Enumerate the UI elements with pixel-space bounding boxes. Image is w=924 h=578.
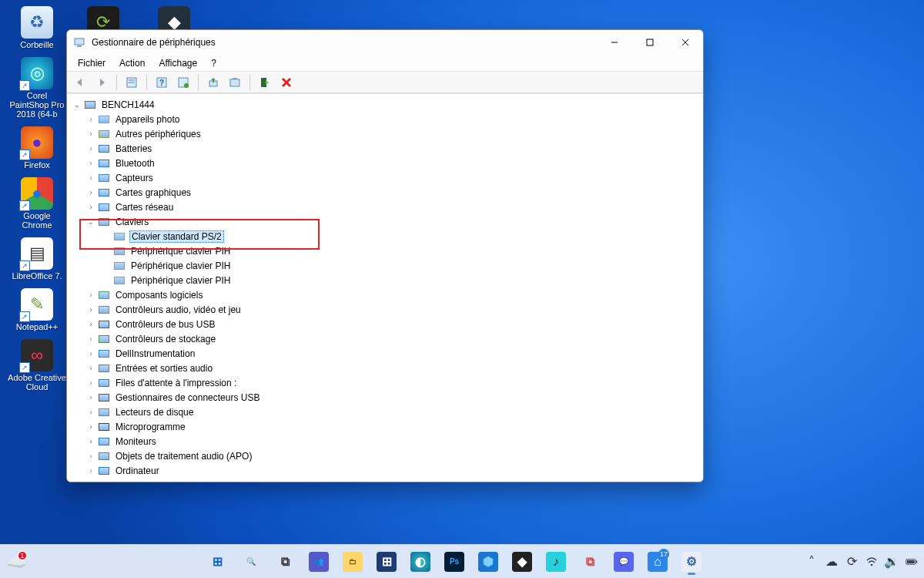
chevron-right-icon[interactable]: › [85, 407, 96, 418]
tree-row[interactable]: ›Bluetooth [70, 156, 703, 170]
onedrive-icon[interactable]: ☁ [825, 556, 838, 568]
chevron-right-icon[interactable]: › [85, 378, 96, 388]
chevron-right-icon[interactable]: › [85, 348, 96, 359]
tree-row[interactable]: Périphérique clavier PIH [70, 244, 703, 258]
chevron-right-icon[interactable]: › [85, 173, 96, 183]
tree-row[interactable]: ›Contrôleurs audio, vidéo et jeu [70, 302, 703, 317]
taskbar-app-hex[interactable]: ⬢ [474, 547, 503, 576]
desktop-item[interactable]: ◎↗Corel PaintShop Pro 2018 (64-b [8, 57, 66, 119]
chevron-right-icon[interactable]: › [85, 334, 96, 344]
tree-row[interactable]: ›Objets de traitement audio (APO) [70, 449, 703, 463]
tree-row[interactable]: ›Files d'attente à l'impression : [70, 375, 703, 390]
tree-row[interactable]: ⌄BENCH1444 [70, 97, 703, 112]
chevron-right-icon[interactable]: › [85, 290, 96, 301]
chevron-right-icon[interactable]: › [85, 187, 96, 198]
tree-row[interactable]: ›Entrées et sorties audio [70, 361, 703, 375]
taskbar-discord[interactable]: 💬 [609, 547, 638, 576]
tray-chevron-icon[interactable]: ˄ [805, 556, 818, 568]
tree-row[interactable]: ›Contrôleurs de stockage [70, 331, 703, 346]
taskbar-edge[interactable]: ◐ [406, 547, 435, 576]
chevron-right-icon[interactable]: › [85, 422, 96, 432]
chevron-right-icon[interactable]: › [85, 465, 96, 476]
volume-icon[interactable]: 🔉 [886, 556, 898, 568]
tree-label: Autres périphériques [114, 129, 203, 139]
device-tree[interactable]: ⌄BENCH1444›Appareils photo›Autres périph… [67, 94, 703, 482]
taskbar: ☁️ 1 ⊞🔍⧉👥🗀⊞◐Ps⬢◆♪⧉💬⌂17⚙ ˄ ☁ ⟳ 🔉 [0, 544, 924, 578]
weather-widget[interactable]: ☁️ 1 [6, 552, 27, 572]
tree-row[interactable]: ⌄Claviers [70, 214, 703, 229]
device-category-icon [98, 377, 110, 389]
chevron-right-icon[interactable]: › [85, 436, 96, 447]
enable-button[interactable] [256, 74, 273, 91]
tree-row[interactable]: ›Gestionnaires de connecteurs USB [70, 390, 703, 405]
desktop-item-label: Google Chrome [8, 211, 66, 230]
menu-item[interactable]: ? [205, 56, 223, 70]
tree-row[interactable]: Périphérique clavier PIH [70, 258, 703, 273]
desktop-item[interactable]: ●↗Google Chrome [8, 177, 66, 230]
chevron-right-icon[interactable]: › [85, 319, 96, 330]
menu-item[interactable]: Action [113, 56, 151, 70]
tree-row[interactable]: ›Ordinateur [70, 463, 703, 478]
tree-row[interactable]: ›Cartes réseau [70, 200, 703, 214]
chevron-down-icon[interactable]: ⌄ [85, 217, 96, 227]
taskbar-start[interactable]: ⊞ [203, 547, 232, 576]
taskbar-teams[interactable]: 👥 [304, 547, 333, 576]
tree-row[interactable]: ›Cartes graphiques [70, 185, 703, 200]
desktop-item[interactable]: ●↗Firefox [8, 126, 66, 170]
wifi-icon[interactable] [865, 556, 878, 568]
taskbar-photoshop[interactable]: Ps [440, 547, 469, 576]
tree-row[interactable]: ›Moniteurs [70, 434, 703, 449]
tree-row[interactable]: ›Batteries [70, 141, 703, 156]
maximize-button[interactable] [632, 30, 668, 55]
taskbar-app-blue[interactable]: ⌂17 [643, 547, 672, 576]
tree-row[interactable]: ›Lecteurs de disque [70, 405, 703, 419]
taskbar-explorer[interactable]: 🗀 [338, 547, 367, 576]
chevron-right-icon[interactable]: › [85, 202, 96, 213]
help-button[interactable]: ? [153, 74, 170, 91]
tree-row[interactable]: ›Capteurs [70, 170, 703, 185]
taskbar-search[interactable]: 🔍 [236, 547, 266, 576]
tree-row[interactable]: ›Autres périphériques [70, 126, 703, 141]
tree-row[interactable]: ›DellInstrumentation [70, 346, 703, 361]
tree-row[interactable]: Périphérique clavier PIH [70, 273, 703, 287]
battery-icon[interactable] [906, 556, 918, 568]
desktop-item[interactable]: ✎↗Notepad++ [8, 288, 66, 331]
taskbar-store[interactable]: ⊞ [372, 547, 401, 576]
taskbar-device-manager[interactable]: ⚙ [677, 547, 706, 576]
taskbar-taskview[interactable]: ⧉ [270, 547, 300, 576]
back-button[interactable] [72, 74, 89, 91]
desktop-item[interactable]: ♻Corbeille [8, 6, 66, 49]
disable-button[interactable] [278, 74, 295, 91]
close-button[interactable] [668, 30, 703, 55]
tree-row[interactable]: ›Composants logiciels [70, 287, 703, 302]
minimize-button[interactable] [597, 30, 632, 55]
menu-item[interactable]: Affichage [152, 56, 203, 70]
desktop-item[interactable]: ∞↗Adobe Creative Cloud [8, 339, 66, 391]
chevron-right-icon[interactable]: › [85, 143, 96, 154]
uninstall-button[interactable] [226, 74, 243, 91]
tree-row[interactable]: Clavier standard PS/2 [70, 229, 703, 244]
chevron-right-icon[interactable]: › [85, 392, 96, 403]
menu-item[interactable]: Fichier [72, 56, 112, 70]
forward-button[interactable] [93, 74, 110, 91]
update-driver-button[interactable] [205, 74, 222, 91]
desktop-item[interactable]: ▤↗LibreOffice 7. [8, 237, 66, 281]
properties-button[interactable] [123, 74, 140, 91]
chevron-right-icon[interactable]: › [85, 451, 96, 462]
chevron-right-icon[interactable]: › [85, 304, 96, 315]
scan-button[interactable] [175, 74, 192, 91]
taskbar-amazon-music[interactable]: ♪ [541, 547, 571, 576]
titlebar[interactable]: Gestionnaire de périphériques [67, 30, 703, 55]
tree-row[interactable]: ›Microprogramme [70, 419, 703, 434]
tree-row[interactable]: ›Contrôleurs de bus USB [70, 317, 703, 331]
chevron-right-icon[interactable]: › [85, 158, 96, 169]
taskbar-snip[interactable]: ⧉ [575, 547, 604, 576]
chevron-right-icon[interactable]: › [85, 363, 96, 374]
tree-label: Bluetooth [114, 158, 156, 169]
tree-row[interactable]: ›Appareils photo [70, 112, 703, 126]
chevron-right-icon[interactable]: › [85, 114, 96, 125]
taskbar-app-cube[interactable]: ◆ [507, 547, 537, 576]
sync-icon[interactable]: ⟳ [845, 556, 858, 568]
chevron-right-icon[interactable]: › [85, 129, 96, 139]
chevron-down-icon[interactable]: ⌄ [72, 99, 82, 110]
